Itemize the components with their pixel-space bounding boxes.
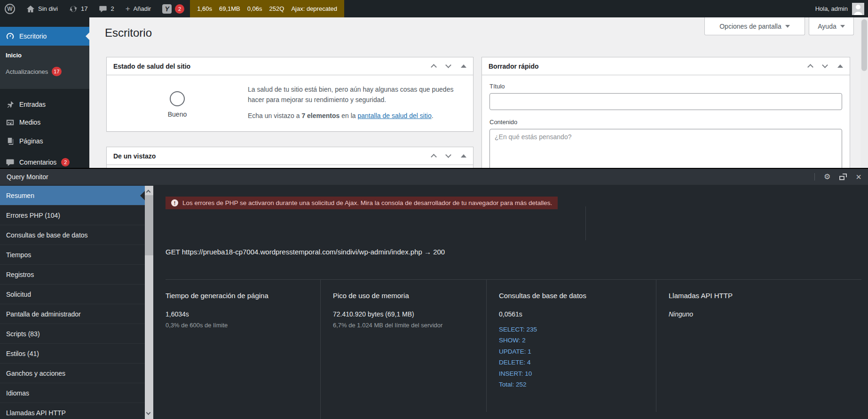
qm-menu-item-request[interactable]: Solicitud [0, 285, 145, 304]
yoast-notification-badge: 2 [175, 4, 184, 14]
sidebar-item-updates[interactable]: Actualizaciones 17 [6, 67, 89, 76]
sidebar-item-pages[interactable]: Páginas [0, 133, 89, 150]
qm-query-count: 252Q [269, 5, 284, 12]
draft-title-input[interactable] [489, 93, 842, 110]
updates-count: 17 [81, 5, 87, 12]
qm-menu-item-languages[interactable]: Idiomas [0, 383, 145, 403]
qm-cell-page-generation: Tiempo de generación de página 1,6034s 0… [153, 280, 321, 412]
sidebar-item-label: Escritorio [19, 32, 47, 40]
dashboard-icon [6, 32, 15, 41]
sidebar-item-posts[interactable]: Entradas [0, 96, 89, 113]
qm-menu-label: Estilos (41) [6, 350, 39, 357]
yoast-seo-menu[interactable]: Y 2 [162, 4, 184, 14]
updates-menu[interactable]: 17 [69, 5, 87, 13]
screen-options-button[interactable]: Opciones de pantalla [704, 17, 805, 35]
comments-icon [99, 5, 107, 13]
list-item: SELECT: 235 [499, 324, 647, 335]
query-type-link[interactable]: DELETE: 4 [499, 359, 531, 366]
sidebar-item-home[interactable]: Inicio [6, 52, 89, 59]
qm-menu-label: Registros [6, 271, 34, 278]
query-type-link[interactable]: INSERT: 10 [499, 370, 532, 377]
cell-divider [585, 206, 586, 240]
qm-cell-db-queries: Consultas de base de datos 0,0561s SELEC… [487, 280, 656, 412]
chevron-down-icon [840, 25, 845, 28]
page-scrollbar-thumb[interactable] [861, 19, 867, 71]
qm-menu-item-styles[interactable]: Estilos (41) [0, 344, 145, 364]
health-paragraph-2: Echa un vistazo a 7 elementos en la pant… [248, 111, 463, 121]
query-type-link[interactable]: SELECT: 235 [499, 326, 537, 333]
collapse-toggle-icon[interactable] [837, 64, 843, 68]
qm-panel-title: Query Monitor [7, 173, 48, 181]
qm-cell-opcode-cache: Caché opcode [321, 412, 861, 419]
qm-menu-scrollbar[interactable] [145, 186, 153, 419]
collapse-toggle-icon[interactable] [461, 64, 466, 68]
account-greeting: Hola, admin [815, 5, 848, 12]
scroll-up-icon[interactable] [146, 190, 151, 195]
qm-cell-title: Consultas de base de datos [499, 292, 647, 300]
qm-menu-item-php-errors[interactable]: Errores PHP (104) [0, 206, 145, 225]
updates-icon [69, 5, 78, 13]
new-content-menu[interactable]: + Añadir [126, 4, 151, 14]
submenu-home-label: Inicio [6, 52, 22, 59]
site-health-header[interactable]: Estado de salud del sitio [107, 57, 473, 75]
scroll-down-icon[interactable] [146, 411, 151, 415]
collapse-toggle-icon[interactable] [461, 154, 466, 158]
toggle-position-icon[interactable] [839, 174, 847, 180]
move-down-icon[interactable] [822, 62, 828, 68]
qm-menu-item-hooks[interactable]: Ganchos y acciones [0, 364, 145, 383]
qm-menu-item-overview[interactable]: Resumen [0, 186, 145, 206]
qm-menu-label: Tiempos [6, 251, 31, 259]
health-items-count: 7 elementos [301, 112, 339, 119]
wp-logo-letter: W [7, 6, 12, 12]
move-down-icon[interactable] [445, 152, 451, 158]
qm-cell-value: 72.410.920 bytes (69,1 MB) [333, 310, 478, 318]
widget-controls [808, 63, 843, 69]
qm-menu-item-scripts[interactable]: Scripts (83) [0, 324, 145, 344]
at-a-glance-header[interactable]: De un vistazo [107, 147, 473, 165]
qm-menu-item-timings[interactable]: Tiempos [0, 245, 145, 265]
qm-menu-scrollbar-thumb[interactable] [145, 195, 153, 255]
query-type-link[interactable]: SHOW: 2 [499, 337, 526, 344]
draft-title-label: Título [489, 83, 842, 90]
screen-options-label: Opciones de pantalla [719, 23, 781, 30]
sidebar-item-label: Entradas [19, 101, 46, 108]
move-up-icon[interactable] [807, 64, 813, 70]
qm-cell-subtext: 0,3% de 600s de límite [166, 322, 312, 329]
move-up-icon[interactable] [431, 154, 437, 160]
qm-memory: 69,1MB [219, 5, 240, 12]
quick-draft-body: Título Contenido [482, 75, 850, 175]
quick-draft-header[interactable]: Borrador rápido [482, 57, 850, 75]
qm-menu-item-http-api[interactable]: Llamadas API HTTP [0, 403, 145, 419]
close-icon[interactable]: × [856, 172, 861, 182]
health-paragraph: La salud de tu sitio está bien, pero aún… [248, 85, 463, 105]
widget-controls [432, 153, 466, 159]
wp-logo-menu[interactable]: W [5, 4, 15, 14]
sidebar-item-media[interactable]: Medios [0, 114, 89, 131]
query-monitor-summary[interactable]: 1,60s 69,1MB 0,06s 252Q Ajax: deprecated [190, 0, 344, 17]
move-down-icon[interactable] [445, 62, 451, 68]
query-type-link[interactable]: UPDATE: 1 [499, 348, 531, 355]
qm-ajax-warning: ! Los errores de PHP se activaron durant… [166, 197, 558, 209]
draft-content-textarea[interactable] [489, 129, 842, 174]
page-scrollbar[interactable] [860, 17, 868, 168]
qm-menu-label: Scripts (83) [6, 330, 40, 338]
sidebar-item-dashboard[interactable]: Escritorio [0, 27, 89, 46]
qm-menu-item-logs[interactable]: Registros [0, 265, 145, 285]
move-up-icon[interactable] [431, 64, 437, 70]
qm-cell-subtext: 6,7% de 1.024 MB del límite del servidor [333, 322, 478, 329]
comments-menu[interactable]: 2 [99, 5, 114, 13]
page-title: Escritorio [105, 26, 152, 40]
account-menu[interactable]: Hola, admin [815, 3, 864, 15]
qm-toolbar: ⚙ × [814, 172, 861, 182]
site-name-menu[interactable]: Sin divi [26, 5, 58, 13]
query-type-link[interactable]: Total: 252 [499, 381, 527, 388]
qm-menu-label: Resumen [6, 192, 34, 199]
settings-gear-icon[interactable]: ⚙ [824, 173, 830, 181]
site-health-screen-link[interactable]: pantalla de salud del sitio [357, 112, 431, 119]
health-status-label: Bueno [107, 111, 248, 118]
qm-menu-item-admin-screen[interactable]: Pantalla de administrador [0, 304, 145, 324]
qm-menu-item-db-queries[interactable]: Consultas de base de datos [0, 225, 145, 245]
help-button[interactable]: Ayuda [809, 17, 854, 35]
list-item: UPDATE: 1 [499, 346, 647, 357]
qm-cell-value: Ninguno [669, 310, 853, 318]
